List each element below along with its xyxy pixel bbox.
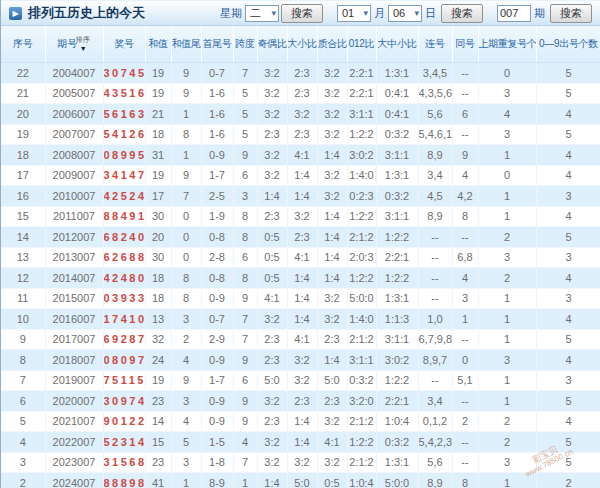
cell-prime-composite: 2:3 xyxy=(317,329,347,350)
table-row: 32023007315682331-873:23:23:22:1:21:3:15… xyxy=(1,452,600,473)
cell-issue: 2014007 xyxy=(45,268,103,289)
cell-sum: 31 xyxy=(145,145,171,166)
table-row: 222004007307451990-773:22:33:22:2:11:3:1… xyxy=(1,63,600,84)
cell-prize: 17410 xyxy=(103,309,145,330)
table-row: 92017007692873222-972:34:12:32:1:23:1:16… xyxy=(1,329,600,350)
title-bullet-icon: ▶ xyxy=(9,7,22,20)
search-controls: 星期 二 ▾ 搜索 01 ▾ 月 06 ▾ 日 搜索 期 搜索 xyxy=(217,4,594,23)
cell-consecutive: 4,3,5,6 xyxy=(418,83,452,104)
cell-big-small: 3:2 xyxy=(287,206,317,227)
cell-odd-even: 2:3 xyxy=(257,329,287,350)
title-bar: ▶ 排列五历史上的今天 星期 二 ▾ 搜索 01 ▾ 月 06 ▾ 日 搜索 xyxy=(1,0,600,26)
table-row: 122014007424801880-880:51:41:41:2:21:2:2… xyxy=(1,268,600,289)
cell-first-last: 1-6 xyxy=(201,124,233,145)
column-header-big-mid-small: 大中小比 xyxy=(376,26,418,63)
cell-prime-composite: 3:2 xyxy=(317,186,347,207)
issue-label: 期 xyxy=(534,6,545,21)
cell-span: 8 xyxy=(233,206,257,227)
cell-first-last: 0-9 xyxy=(201,288,233,309)
cell-big-mid-small: 1:0:4 xyxy=(376,411,418,432)
cell-sum-tail: 8 xyxy=(171,288,201,309)
cell-sum-tail: 3 xyxy=(171,309,201,330)
cell-first-last: 0-9 xyxy=(201,411,233,432)
column-header-prize: 奖号 xyxy=(103,26,145,63)
cell-issue: 2011007 xyxy=(45,206,103,227)
cell-sum-tail: 9 xyxy=(171,370,201,391)
cell-consecutive: 3,4 xyxy=(418,391,452,412)
cell-prize: 90122 xyxy=(103,411,145,432)
cell-012: 1:4:0 xyxy=(347,165,376,186)
sort-control[interactable]: 排序▼ xyxy=(75,36,90,52)
cell-prize: 62688 xyxy=(103,247,145,268)
issue-search-button[interactable]: 搜索 xyxy=(550,4,592,23)
cell-prime-composite: 1:4 xyxy=(317,206,347,227)
cell-consecutive: -- xyxy=(418,247,452,268)
issue-input[interactable] xyxy=(497,5,531,22)
cell-same: 6,8 xyxy=(452,247,478,268)
cell-big-small: 1:4 xyxy=(287,432,317,453)
table-row: 82018007080972440-992:33:21:43:1:13:0:28… xyxy=(1,350,600,371)
cell-sum-tail: 3 xyxy=(171,391,201,412)
week-select[interactable]: 二 ▾ xyxy=(245,5,279,22)
cell-big-small: 2:3 xyxy=(287,391,317,412)
cell-consecutive: 8,9 xyxy=(418,473,452,488)
cell-big-mid-small: 3:1:1 xyxy=(376,329,418,350)
cell-odd-even: 1:4 xyxy=(257,186,287,207)
cell-digit-count: 4 xyxy=(536,411,600,432)
date-search-button[interactable]: 搜索 xyxy=(441,4,483,23)
cell-012: 1:2:2 xyxy=(347,432,376,453)
cell-digit-count: 3 xyxy=(536,288,600,309)
cell-big-small: 4:1 xyxy=(287,329,317,350)
column-header-sum-tail: 和值尾 xyxy=(171,26,201,63)
cell-index: 20 xyxy=(1,104,45,125)
cell-prev-repeat: 3 xyxy=(478,247,536,268)
sort-down-icon[interactable]: ▼ xyxy=(80,45,87,52)
cell-012: 2:1:2 xyxy=(347,452,376,473)
table-row: 52021007901221440-992:31:43:22:1:21:0:40… xyxy=(1,411,600,432)
cell-big-mid-small: 2:2:1 xyxy=(376,391,418,412)
month-select[interactable]: 01 ▾ xyxy=(337,5,371,22)
cell-same: -- xyxy=(452,63,478,84)
cell-issue: 2010007 xyxy=(45,186,103,207)
cell-prev-repeat: 1 xyxy=(478,288,536,309)
column-header-issue[interactable]: 期号排序▼ xyxy=(45,26,103,63)
week-search-button[interactable]: 搜索 xyxy=(281,4,323,23)
cell-sum-tail: 8 xyxy=(171,124,201,145)
cell-prime-composite: 1:4 xyxy=(317,227,347,248)
cell-sum: 13 xyxy=(145,309,171,330)
cell-prize: 69287 xyxy=(103,329,145,350)
cell-prev-repeat: 1 xyxy=(478,309,536,330)
cell-digit-count: 5 xyxy=(536,227,600,248)
cell-digit-count: 5 xyxy=(536,391,600,412)
cell-issue: 2007007 xyxy=(45,124,103,145)
cell-first-last: 2-5 xyxy=(201,186,233,207)
cell-prime-composite: 3:2 xyxy=(317,288,347,309)
cell-first-last: 0-9 xyxy=(201,350,233,371)
cell-first-last: 0-8 xyxy=(201,268,233,289)
cell-012: 3:2:0 xyxy=(347,391,376,412)
table-row: 62020007309742330-993:22:32:33:2:02:2:13… xyxy=(1,391,600,412)
cell-span: 9 xyxy=(233,411,257,432)
cell-prev-repeat: 1 xyxy=(478,370,536,391)
cell-same: -- xyxy=(452,391,478,412)
cell-012: 2:2:1 xyxy=(347,83,376,104)
day-select[interactable]: 06 ▾ xyxy=(388,5,422,22)
cell-big-mid-small: 1:1:3 xyxy=(376,309,418,330)
cell-prize: 30745 xyxy=(103,63,145,84)
cell-big-mid-small: 3:1:1 xyxy=(376,145,418,166)
cell-digit-count: 5 xyxy=(536,432,600,453)
cell-same: -- xyxy=(452,83,478,104)
cell-sum: 32 xyxy=(145,329,171,350)
table-body: 222004007307451990-773:22:33:22:2:11:3:1… xyxy=(1,63,600,488)
cell-prime-composite: 1:4 xyxy=(317,145,347,166)
cell-012: 2:1:2 xyxy=(347,227,376,248)
cell-consecutive: 5,4,6,1,2 xyxy=(418,124,452,145)
cell-012: 1:0:4 xyxy=(347,473,376,488)
cell-sum-tail: 2 xyxy=(171,329,201,350)
cell-first-last: 1-7 xyxy=(201,370,233,391)
cell-index: 22 xyxy=(1,63,45,84)
cell-first-last: 0-8 xyxy=(201,227,233,248)
cell-issue: 2006007 xyxy=(45,104,103,125)
cell-prize: 42480 xyxy=(103,268,145,289)
cell-012: 2:0:3 xyxy=(347,247,376,268)
